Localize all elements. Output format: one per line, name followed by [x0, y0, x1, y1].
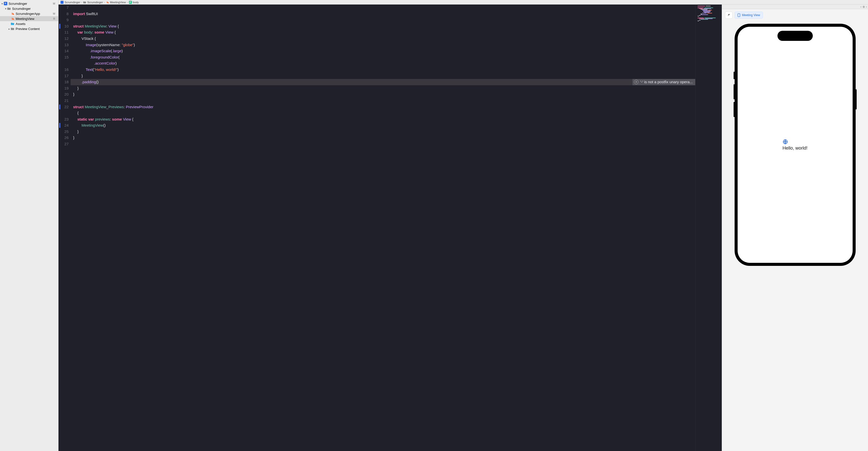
hello-text: Hello, world! — [782, 146, 807, 151]
device-button — [856, 89, 857, 110]
code-line[interactable]: .foregroundColor( — [71, 54, 695, 61]
nav-group[interactable]: ▾ Scrumdinger — [0, 6, 58, 11]
code-line[interactable] — [71, 141, 695, 147]
preview-name: Meeting View — [742, 13, 760, 17]
device-screen[interactable]: Hello, world! — [738, 27, 852, 263]
folder-icon — [7, 6, 11, 10]
preview-selector[interactable]: Meeting View — [735, 11, 763, 19]
project-navigator[interactable]: ▾ Scrumdinger M ▾ Scrumdinger Scrumdinge… — [0, 0, 59, 451]
close-icon[interactable]: ⊗ — [863, 5, 865, 8]
editor-area: Scrumdinger › Scrumdinger › MeetingView … — [59, 0, 868, 451]
device-icon — [737, 13, 740, 17]
pin-icon — [727, 13, 731, 17]
crumb-project[interactable]: Scrumdinger — [65, 1, 80, 4]
minimap[interactable] — [695, 4, 722, 451]
app-content: Hello, world! — [782, 139, 807, 151]
crumb-file[interactable]: MeetingView — [110, 1, 126, 4]
nav-item-label: MeetingView — [16, 17, 52, 21]
code-line[interactable]: import SwiftUI — [71, 11, 695, 17]
nav-back-icon[interactable]: ‹ — [861, 5, 862, 8]
code-line[interactable]: } — [71, 73, 695, 79]
crumb-group[interactable]: Scrumdinger — [87, 1, 103, 4]
nav-item-label: Assets — [16, 22, 56, 26]
error-text: '-' is not a postfix unary opera... — [641, 79, 693, 85]
code-line[interactable]: } — [71, 129, 695, 135]
source-editor[interactable]: 789101112131415161718192021222324252627 … — [59, 4, 722, 451]
code-line[interactable]: MeetingView() — [71, 122, 695, 129]
assets-icon — [10, 22, 14, 26]
code-line[interactable]: .accentColor) — [71, 60, 695, 67]
scm-badge: M — [52, 12, 56, 15]
app-icon — [61, 1, 64, 4]
chevron-right-icon: › — [81, 1, 82, 4]
crumb-symbol[interactable]: body — [133, 1, 139, 4]
dynamic-island — [777, 31, 813, 41]
code-line[interactable]: .padding()✕'-' is not a postfix unary op… — [71, 79, 695, 85]
error-icon: ✕ — [634, 80, 639, 84]
preview-toolbar: Meeting View — [722, 9, 868, 21]
chevron-right-icon: › — [104, 1, 105, 4]
change-gutter — [59, 4, 61, 451]
nav-project-root[interactable]: ▾ Scrumdinger M — [0, 1, 58, 6]
swift-icon — [106, 1, 109, 4]
chevron-right-icon: ▸ — [7, 28, 10, 30]
nav-file-assets[interactable]: Assets — [0, 21, 58, 26]
device-button — [734, 72, 735, 79]
code-line[interactable]: .imageScale(.large) — [71, 48, 695, 54]
chevron-down-icon: ▾ — [0, 2, 3, 5]
nav-item-label: ScrumdingerApp — [16, 12, 52, 16]
device-button — [734, 102, 735, 117]
swift-icon — [10, 17, 14, 21]
code-line[interactable]: struct MeetingView_Previews: PreviewProv… — [71, 104, 695, 110]
folder-icon — [83, 1, 86, 3]
globe-icon — [782, 139, 807, 145]
preview-top-bar: ‹ ⊗ › — [722, 4, 868, 9]
nav-forward-icon[interactable]: › — [866, 5, 867, 8]
code-line[interactable]: } — [71, 85, 695, 92]
pin-preview-button[interactable] — [725, 11, 733, 19]
code-line[interactable] — [71, 4, 695, 11]
iphone-device: Hello, world! — [735, 24, 856, 266]
code-content[interactable]: import SwiftUIstruct MeetingView: View {… — [71, 4, 695, 451]
code-line[interactable] — [71, 17, 695, 23]
code-line[interactable]: var body: some View { — [71, 29, 695, 36]
breadcrumb[interactable]: Scrumdinger › Scrumdinger › MeetingView … — [59, 0, 868, 4]
nav-file-scrumdingerapp[interactable]: ScrumdingerAppM — [0, 11, 58, 16]
chevron-right-icon: › — [127, 1, 128, 4]
nav-item-label: Scrumdinger — [12, 7, 56, 10]
folder-icon — [10, 27, 14, 31]
app-icon — [3, 1, 7, 5]
code-line[interactable]: } — [71, 91, 695, 98]
line-number-gutter: 789101112131415161718192021222324252627 — [61, 4, 71, 451]
code-line[interactable] — [71, 98, 695, 104]
code-line[interactable]: Text("Hello, world!") — [71, 67, 695, 73]
code-line[interactable]: static var previews: some View { — [71, 116, 695, 123]
nav-file-preview-content[interactable]: ▸Preview Content — [0, 26, 58, 31]
swift-icon — [10, 11, 14, 16]
code-line[interactable]: { — [71, 110, 695, 116]
nav-file-meetingview[interactable]: MeetingViewR — [0, 16, 58, 21]
device-stage: Hello, world! — [722, 21, 868, 451]
nav-item-label: Preview Content — [16, 27, 56, 31]
chevron-down-icon: ▾ — [4, 7, 7, 10]
code-line[interactable]: } — [71, 135, 695, 141]
preview-canvas: ‹ ⊗ › Meeting View — [722, 4, 868, 451]
code-line[interactable]: VStack { — [71, 36, 695, 42]
scm-badge: R — [52, 17, 56, 20]
device-button — [734, 84, 735, 99]
nav-item-label: Scrumdinger — [8, 2, 52, 5]
svg-rect-0 — [738, 13, 740, 17]
code-line[interactable]: struct MeetingView: View { — [71, 23, 695, 30]
scm-badge: M — [52, 2, 56, 5]
error-badge[interactable]: ✕'-' is not a postfix unary opera... — [632, 79, 695, 85]
property-icon: P — [129, 1, 132, 4]
code-line[interactable]: Image(systemName: "globe") — [71, 42, 695, 48]
